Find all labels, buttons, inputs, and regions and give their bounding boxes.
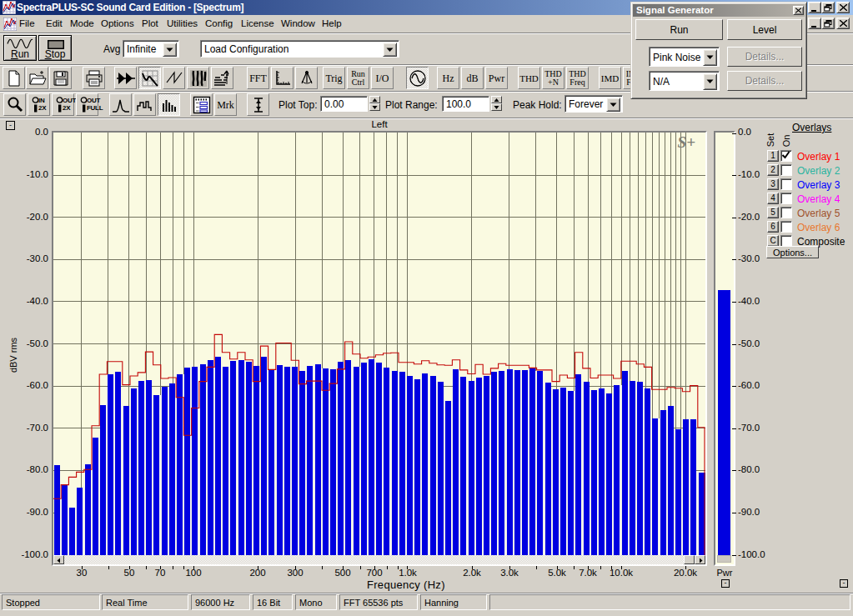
svg-text:S+: S+ [678, 133, 695, 151]
